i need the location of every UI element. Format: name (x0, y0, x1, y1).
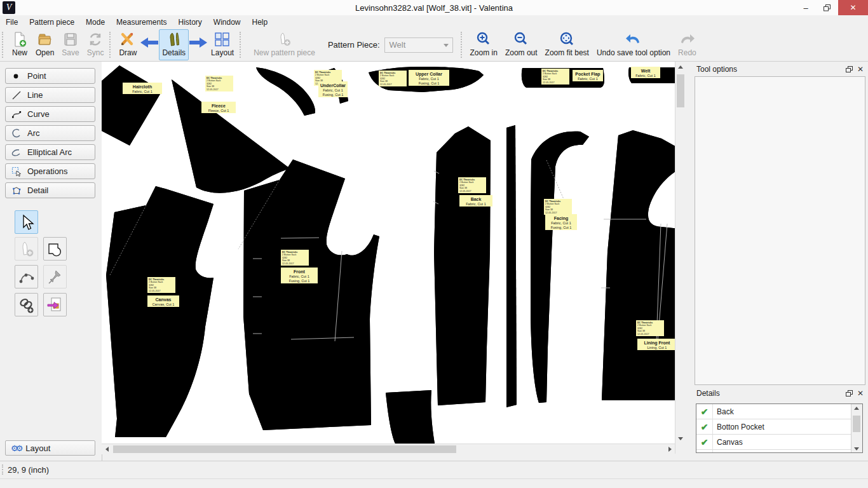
sidebar-item-point[interactable]: Point (5, 68, 95, 84)
new-button[interactable]: New (8, 29, 31, 60)
pattern-piece-undercollar[interactable] (256, 67, 315, 116)
svg-text:Size 38: Size 38 (380, 80, 388, 83)
close-panel-button[interactable]: ✕ (857, 389, 864, 398)
undo-button[interactable]: Undo save tool option (593, 29, 674, 60)
drawing-canvas[interactable]: HairclothFabric, Cut 1DC Theatricks2 But… (102, 62, 685, 454)
zoom-out-button[interactable]: Zoom out (502, 29, 541, 60)
svg-text:Fabric, Cut 1: Fabric, Cut 1 (635, 74, 655, 78)
pattern-piece-facing[interactable] (531, 132, 589, 403)
visibility-check-icon[interactable]: ✔ (696, 419, 713, 434)
vertical-scroll-thumb[interactable] (677, 74, 684, 107)
curve-path-tool[interactable] (15, 265, 38, 288)
new-document-icon (11, 31, 28, 48)
pattern-piece-side-strip[interactable] (506, 125, 517, 407)
scroll-down-arrow[interactable] (675, 433, 686, 444)
pattern-canvas-svg[interactable]: HairclothFabric, Cut 1DC Theatricks2 But… (102, 62, 675, 444)
scroll-right-arrow[interactable] (665, 444, 675, 454)
toolbar-grip[interactable] (2, 32, 6, 58)
scroll-up-arrow[interactable] (851, 403, 862, 412)
close-button[interactable]: ✕ (838, 0, 868, 15)
scroll-down-arrow[interactable] (851, 444, 862, 453)
sidebar-item-operations[interactable]: Operations (5, 163, 95, 179)
pattern-piece-clipped[interactable] (386, 390, 435, 444)
toolbar-grip[interactable] (109, 32, 113, 58)
details-mode-button[interactable]: Details (159, 29, 189, 60)
visibility-check-icon[interactable]: ✔ (696, 404, 713, 419)
piece-plus-icon (18, 240, 36, 258)
draw-mode-button[interactable]: Draw (116, 29, 140, 60)
pattern-piece-front[interactable] (243, 159, 379, 430)
menu-window[interactable]: Window (208, 15, 247, 29)
svg-text:DC Theatricks: DC Theatricks (149, 278, 164, 281)
maximize-restore-button[interactable] (817, 0, 838, 15)
pattern-piece-combo[interactable]: Welt (384, 37, 453, 53)
export-details-tool[interactable] (43, 293, 67, 316)
sidebar-item-line[interactable]: Line (5, 87, 95, 103)
details-list-item[interactable]: ✔Botton Pocket (696, 419, 862, 435)
arrow-pointer-tool[interactable] (15, 210, 38, 234)
menu-file[interactable]: File (0, 15, 24, 29)
menu-history[interactable]: History (172, 15, 207, 29)
scroll-up-arrow[interactable] (675, 62, 686, 72)
scroll-left-arrow[interactable] (102, 444, 112, 454)
svg-text:3282: 3282 (207, 83, 212, 85)
redo-button[interactable]: Redo (675, 29, 700, 60)
details-list[interactable]: ✔Back✔Botton Pocket✔Canvas✔Facing (696, 403, 863, 453)
details-pieces-icon (166, 31, 182, 48)
visibility-check-icon[interactable]: ✔ (696, 450, 713, 453)
svg-text:2 Button Sack: 2 Button Sack (315, 74, 330, 76)
visibility-check-icon[interactable]: ✔ (696, 435, 713, 449)
pattern-piece-canvas[interactable] (106, 186, 214, 437)
canvas-horizontal-scrollbar[interactable] (102, 444, 675, 454)
open-button[interactable]: Open (32, 29, 57, 60)
save-button[interactable]: Save (58, 29, 82, 60)
details-list-scrollbar[interactable] (851, 404, 862, 452)
open-folder-icon (37, 31, 53, 48)
svg-text:3282: 3282 (282, 257, 287, 259)
sidebar-item-arc[interactable]: Arc (5, 125, 95, 141)
layout-pages-button[interactable]: ⚙⚙ Layout (5, 440, 95, 456)
svg-text:12-05-2017: 12-05-2017 (207, 88, 218, 91)
add-detail-tool[interactable] (15, 237, 38, 261)
zoom-fit-best-button[interactable]: Zoom fit best (542, 29, 592, 60)
svg-text:Size 38: Size 38 (637, 330, 645, 332)
layout-mode-button[interactable]: Layout (208, 29, 237, 60)
zoom-in-button[interactable]: Zoom in (467, 29, 501, 60)
status-bar: 29, 9 (inch) (0, 461, 868, 488)
toolbar-grip[interactable] (461, 32, 465, 58)
pattern-piece-fleece[interactable] (172, 79, 290, 193)
details-list-item[interactable]: ✔Back (696, 404, 862, 419)
menu-measurements[interactable]: Measurements (111, 15, 172, 29)
insert-nodes-tool[interactable] (15, 293, 38, 316)
piece-name: Back (713, 407, 734, 416)
canvas-vertical-scrollbar[interactable] (675, 62, 686, 454)
svg-text:Fabric, Cut 1: Fabric, Cut 1 (578, 77, 597, 81)
svg-text:Upper Collar: Upper Collar (416, 72, 442, 77)
elliptical-arc-icon (11, 147, 22, 158)
sidebar-item-detail[interactable]: Detail (5, 182, 95, 198)
menu-help[interactable]: Help (247, 15, 274, 29)
sidebar-item-curve[interactable]: Curve (5, 106, 95, 122)
svg-text:2 Button Sack: 2 Button Sack (207, 79, 221, 82)
float-panel-button[interactable] (846, 390, 853, 396)
pattern-piece-back[interactable] (434, 126, 491, 405)
svg-text:12-05-2017: 12-05-2017 (459, 190, 471, 193)
float-panel-button[interactable] (846, 66, 853, 72)
sidebar-item-elliptical-arc[interactable]: Elliptical Arc (5, 144, 95, 160)
menu-pattern-piece[interactable]: Pattern piece (24, 15, 80, 29)
details-scroll-thumb[interactable] (853, 416, 860, 432)
close-panel-button[interactable]: ✕ (857, 65, 864, 74)
details-panel-title: Details (696, 389, 841, 398)
arc-icon (11, 128, 22, 139)
minimize-button[interactable]: – (795, 0, 817, 15)
details-list-item[interactable]: ✔Canvas (696, 435, 862, 450)
horizontal-scroll-thumb[interactable] (113, 445, 456, 453)
sync-button[interactable]: Sync (84, 29, 107, 60)
tool-sidebar: Point Line Curve Arc Elliptical Arc (0, 62, 102, 461)
toolbar-grip[interactable] (240, 32, 243, 58)
details-list-item[interactable]: ✔Facing (696, 450, 862, 453)
union-details-tool[interactable] (43, 237, 67, 261)
pin-tool[interactable] (43, 265, 67, 288)
new-pattern-piece-button[interactable]: New pattern piece (250, 29, 318, 60)
menu-mode[interactable]: Mode (80, 15, 111, 29)
